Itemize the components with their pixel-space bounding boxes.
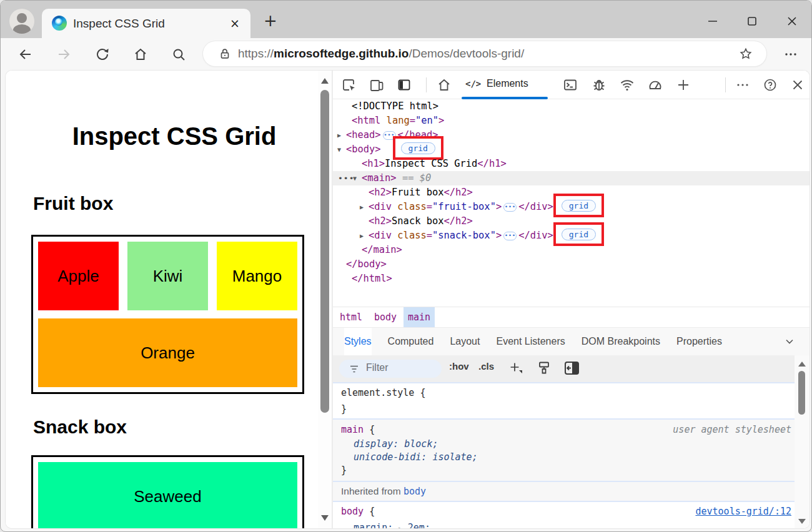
device-emulation-icon[interactable] (369, 77, 384, 92)
scroll-up-arrow[interactable] (321, 78, 329, 84)
snack-heading: Snack box (33, 416, 127, 438)
new-style-rule-icon[interactable] (508, 360, 523, 377)
dom-tree-row[interactable]: <html lang="en"> (333, 114, 810, 128)
css-token: { (364, 424, 375, 435)
settings-more-icon[interactable] (783, 47, 798, 62)
css-token: display: block; (354, 438, 438, 450)
grid-badge-anchor: grid (553, 238, 607, 239)
new-tab-button[interactable]: + (262, 12, 279, 30)
dom-token: <h2> (369, 215, 392, 227)
dom-tree-row[interactable]: <!DOCTYPE html> (333, 99, 810, 114)
grid-item-label: Mango (232, 267, 282, 286)
expand-arrow-icon[interactable]: ▶ (360, 200, 364, 214)
css-token: Inherited from (341, 486, 404, 496)
grid-badge[interactable]: grid (562, 229, 596, 240)
collapsed-content-ellipsis-icon[interactable]: ••• (503, 203, 517, 212)
url-text[interactable]: https://microsoftedge.github.io/Demos/de… (238, 47, 524, 61)
tab-elements[interactable]: Elements (487, 78, 528, 89)
panel-tab-layout[interactable]: Layout (450, 328, 480, 355)
toggle-class[interactable]: .cls (478, 361, 494, 372)
back-button[interactable] (18, 47, 33, 62)
collapse-arrow-icon[interactable]: ▼ (337, 142, 341, 157)
performance-icon[interactable] (648, 77, 663, 92)
favorites-star-icon[interactable] (739, 47, 753, 61)
styles-scroll-down-arrow[interactable] (798, 519, 806, 524)
help-icon[interactable] (763, 77, 778, 92)
css-token: main (341, 424, 364, 435)
devtools-close-icon[interactable] (790, 77, 805, 92)
page-title: Inspect CSS Grid (18, 122, 330, 150)
add-panel-icon[interactable] (676, 77, 691, 92)
computed-sidebar-toggle-icon[interactable] (564, 361, 580, 375)
window-close-button[interactable] (785, 14, 800, 29)
breadcrumb-item-body[interactable]: body (370, 307, 401, 327)
profile-avatar[interactable] (9, 9, 34, 34)
grid-badge[interactable]: grid (562, 200, 596, 212)
grid-item-seaweed: Seaweed (38, 462, 297, 528)
row-actions-ellipsis-icon[interactable]: ••• (338, 171, 354, 185)
tab-close-icon[interactable]: × (228, 16, 242, 30)
console-icon[interactable] (563, 77, 578, 92)
forward-button[interactable] (56, 47, 71, 62)
css-token: unicode-bidi: isolate; (354, 451, 478, 463)
dom-tree-row[interactable]: </main> (333, 243, 810, 257)
window-maximize-button[interactable] (745, 14, 760, 29)
issues-bug-icon[interactable] (592, 77, 607, 92)
dom-tree-row[interactable]: </html> (333, 272, 810, 286)
sidebar-tabs: StylesComputedLayoutEvent ListenersDOM B… (333, 327, 810, 355)
search-icon[interactable] (171, 47, 186, 62)
style-rule-section: Inherited from body (333, 482, 810, 501)
network-icon[interactable] (620, 77, 635, 92)
toggle-hover-state[interactable]: :hov (449, 361, 469, 372)
stylesheet-source-link[interactable]: devtools-grid/:12 (695, 503, 791, 520)
elements-tab-code-icon: </> (465, 79, 481, 89)
fruit-heading: Fruit box (33, 193, 113, 214)
breadcrumb-item-html[interactable]: html (335, 307, 367, 327)
panel-tab-dom-breakpoints[interactable]: DOM Breakpoints (582, 328, 660, 355)
dom-tree-row[interactable]: ▶<div class="snack-box">•••</div>grid (333, 229, 810, 243)
dom-tree-row[interactable]: ▶<div class="fruit-box">•••</div>grid (333, 200, 810, 214)
dom-tree-row[interactable]: •••▼<main> == $0 (333, 171, 810, 185)
breadcrumb-item-main[interactable]: main (404, 307, 435, 327)
browser-toolbar: https://microsoftedge.github.io/Demos/de… (1, 38, 811, 71)
collapsed-content-ellipsis-icon[interactable]: ••• (503, 232, 517, 240)
dom-token: Fruit box (392, 187, 443, 198)
panel-tab-styles[interactable]: Styles (344, 328, 372, 355)
window-minimize-button[interactable] (705, 14, 720, 29)
devtools-home-icon[interactable] (437, 77, 452, 92)
expand-arrow-icon[interactable]: ▶ (360, 229, 364, 243)
rendering-emulation-icon[interactable] (537, 360, 552, 375)
panel-tab-computed[interactable]: Computed (388, 328, 434, 355)
styles-scroll-up-arrow[interactable] (798, 362, 806, 367)
dom-token: </main> (362, 244, 402, 255)
panel-tab-event-listeners[interactable]: Event Listeners (496, 328, 565, 355)
filter-input[interactable]: Filter (339, 360, 442, 378)
chevron-down-icon[interactable] (785, 337, 795, 347)
devtools-toolbar: </> Elements (333, 71, 810, 99)
address-bar[interactable]: https://microsoftedge.github.io/Demos/de… (203, 41, 766, 66)
dom-token: Inspect CSS Grid (385, 158, 477, 169)
refresh-button[interactable] (95, 47, 110, 62)
scroll-down-arrow[interactable] (321, 515, 329, 521)
styles-scroll-thumb[interactable] (798, 371, 805, 415)
dom-tree-row[interactable]: </body> (333, 257, 810, 272)
browser-tab[interactable]: Inspect CSS Grid × (42, 9, 250, 38)
page-scroll-thumb[interactable] (320, 90, 329, 413)
panel-tab-properties[interactable]: Properties (676, 328, 722, 355)
home-button[interactable] (133, 47, 148, 62)
dom-tree-row[interactable]: ▼<body>grid (333, 142, 810, 157)
style-rule-section: element.style {} (333, 382, 810, 418)
devtools-more-icon[interactable] (735, 77, 750, 92)
tab-title: Inspect CSS Grid (73, 17, 165, 31)
url-domain: microsoftedge.github.io (274, 47, 408, 60)
css-token[interactable]: body (404, 486, 426, 497)
collapse-arrow-icon[interactable]: ▼ (353, 171, 357, 185)
page-scrollbar[interactable] (318, 71, 332, 528)
dom-tree-row[interactable]: <h1>Inspect CSS Grid</h1> (333, 157, 810, 171)
styles-scrollbar[interactable] (795, 355, 810, 528)
activity-bar-icon[interactable] (397, 77, 412, 92)
grid-badge[interactable]: grid (401, 142, 435, 154)
css-token: } (341, 403, 347, 415)
expand-arrow-icon[interactable]: ▶ (337, 128, 341, 142)
inspect-element-icon[interactable] (342, 77, 357, 92)
